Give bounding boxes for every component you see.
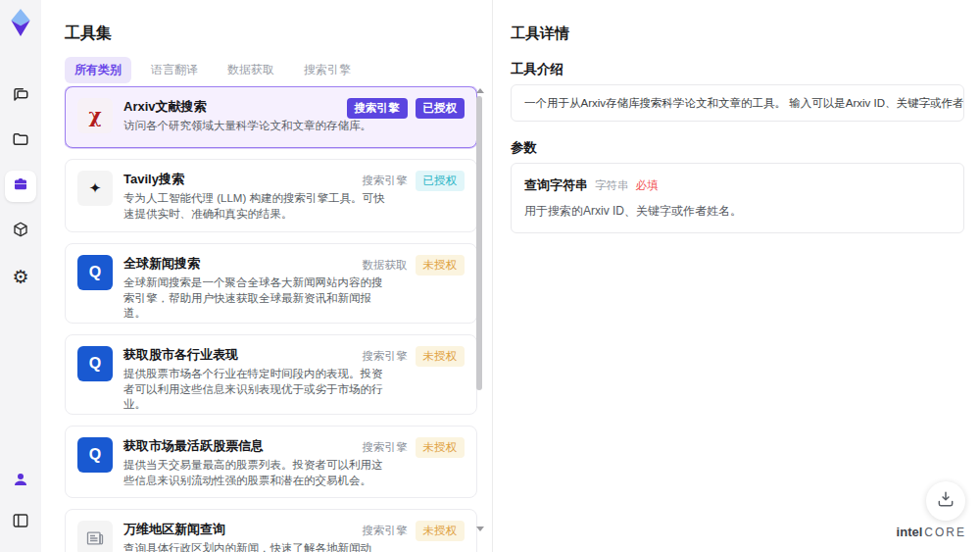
tab-search-engine[interactable]: 搜索引擎 [294, 57, 361, 83]
tool-intro-text: 一个用于从Arxiv存储库搜索科学论文和文章的工具。 输入可以是Arxiv ID… [524, 96, 964, 111]
list-scrollbar[interactable] [475, 88, 483, 531]
detail-title: 工具详情 [511, 25, 569, 43]
page-title: 工具集 [65, 24, 112, 44]
collapse-sidebar-button[interactable] [5, 507, 36, 538]
search-q-icon: Q [77, 255, 113, 290]
tool-name: 获取股市各行业表现 [123, 346, 390, 363]
download-button[interactable] [926, 481, 965, 521]
core-logo-text: core [924, 526, 966, 539]
intro-section-label: 工具介绍 [511, 61, 564, 78]
tool-description: 提供当天交易量最高的股票列表。投资者可以利用这些信息来识别流动性强的股票和潜在的… [123, 458, 390, 488]
tool-name: 获取市场最活跃股票信息 [123, 437, 390, 454]
tab-data-fetch[interactable]: 数据获取 [218, 57, 284, 83]
params-section-label: 参数 [511, 139, 537, 157]
scroll-up-arrow-icon[interactable] [476, 88, 484, 93]
tool-list-panel: 工具集 所有类别 语言翻译 数据获取 搜索引擎 χ Arxiv文献搜索 访问各个… [41, 0, 492, 552]
tool-card-tavily[interactable]: ✦ Tavily搜索 专为人工智能代理 (LLM) 构建的搜索引擎工具。可快速提… [65, 159, 477, 232]
download-icon [936, 489, 956, 513]
package-icon [12, 221, 29, 242]
tavily-sparkle-icon: ✦ [77, 171, 113, 206]
scroll-down-arrow-icon[interactable] [476, 527, 484, 531]
tool-card-regional-news[interactable]: 万维地区新闻查询 查询具体行政区划内的新闻，快速了解各地新闻动态。 搜索引擎 未… [65, 509, 477, 552]
tool-card-sector-performance[interactable]: Q 获取股市各行业表现 提供股票市场各个行业在特定时间段内的表现。投资者可以利用… [65, 334, 477, 415]
tool-description: 全球新闻搜索是一个聚合全球各大新闻网站内容的搜索引擎，帮助用户快速获取全球最新资… [123, 276, 390, 322]
category-badge: 搜索引擎 [347, 98, 408, 119]
tab-all-categories[interactable]: 所有类别 [65, 57, 131, 83]
auth-status-badge: 已授权 [416, 98, 466, 119]
scrollbar-thumb[interactable] [476, 96, 482, 390]
auth-status-badge: 未授权 [416, 437, 466, 458]
collapse-panel-icon [12, 512, 29, 533]
auth-status-badge: 未授权 [416, 521, 466, 541]
auth-status-badge: 未授权 [416, 346, 466, 367]
tool-card-arxiv[interactable]: χ Arxiv文献搜索 访问各个研究领域大量科学论文和文章的存储库。 搜索引擎 … [65, 86, 477, 148]
toolbox-icon [12, 176, 29, 197]
folder-icon [12, 130, 29, 152]
user-icon [12, 471, 29, 492]
tool-card-list: χ Arxiv文献搜索 访问各个研究领域大量科学论文和文章的存储库。 搜索引擎 … [65, 86, 477, 552]
param-required-flag: 必填 [636, 178, 659, 193]
param-description: 用于搜索的Arxiv ID、关键字或作者姓名。 [524, 203, 951, 220]
search-q-icon: Q [77, 437, 113, 473]
tool-description: 查询具体行政区划内的新闻，快速了解各地新闻动态。 [123, 541, 390, 552]
param-type: 字符串 [595, 178, 629, 193]
tool-description: 提供股票市场各个行业在特定时间段内的表现。投资者可以利用这些信息来识别表现优于或… [123, 367, 390, 413]
category-badge: 搜索引擎 [363, 521, 408, 541]
auth-status-badge: 已授权 [416, 171, 466, 191]
tool-name: 万维地区新闻查询 [123, 521, 390, 537]
sidebar-item-tools[interactable] [5, 171, 36, 202]
tool-description: 专为人工智能代理 (LLM) 构建的搜索引擎工具。可快速提供实时、准确和真实的结… [123, 191, 390, 222]
intel-core-logo: intel core [897, 525, 966, 539]
sidebar-item-files[interactable] [5, 125, 36, 157]
parameter-card: 查询字符串 字符串 必填 用于搜索的Arxiv ID、关键字或作者姓名。 [511, 163, 964, 233]
arxiv-logo-icon: χ [77, 98, 113, 133]
tool-intro-box: 一个用于从Arxiv存储库搜索科学论文和文章的工具。 输入可以是Arxiv ID… [511, 84, 964, 122]
app-logo [8, 8, 33, 37]
tool-card-most-active-stocks[interactable]: Q 获取市场最活跃股票信息 提供当天交易量最高的股票列表。投资者可以利用这些信息… [65, 426, 477, 498]
newspaper-icon [77, 521, 113, 552]
user-avatar[interactable] [5, 466, 36, 497]
sidebar-nav: ⚙ [5, 80, 36, 292]
left-sidebar: ⚙ [0, 0, 41, 552]
sidebar-item-settings[interactable]: ⚙ [5, 261, 36, 292]
category-tabs: 所有类别 语言翻译 数据获取 搜索引擎 [65, 57, 361, 83]
category-badge: 搜索引擎 [363, 437, 408, 458]
category-badge: 搜索引擎 [363, 346, 408, 367]
category-badge: 搜索引擎 [363, 171, 408, 191]
intel-logo-text: intel [897, 525, 923, 539]
category-badge: 数据获取 [363, 255, 408, 276]
search-q-icon: Q [77, 346, 113, 381]
tab-language-translation[interactable]: 语言翻译 [141, 57, 208, 83]
tool-name: Tavily搜索 [123, 171, 390, 187]
tool-description: 访问各个研究领域大量科学论文和文章的存储库。 [123, 119, 390, 134]
sidebar-item-packages[interactable] [5, 216, 36, 247]
tool-card-global-news[interactable]: Q 全球新闻搜索 全球新闻搜索是一个聚合全球各大新闻网站内容的搜索引擎，帮助用户… [65, 243, 477, 324]
tool-name: 全球新闻搜索 [123, 255, 390, 272]
sidebar-item-chat[interactable] [5, 80, 36, 112]
chat-icon [12, 85, 29, 107]
tool-detail-panel: 工具详情 工具介绍 一个用于从Arxiv存储库搜索科学论文和文章的工具。 输入可… [492, 0, 980, 552]
auth-status-badge: 未授权 [416, 255, 466, 276]
gear-icon: ⚙ [12, 268, 28, 286]
param-name: 查询字符串 [524, 176, 588, 194]
